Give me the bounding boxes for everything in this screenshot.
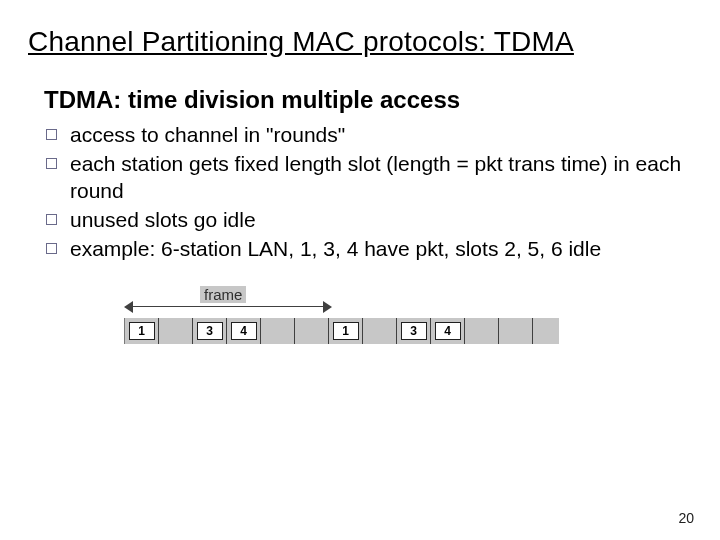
tdma-slot-tail [533,318,553,344]
packet-box: 4 [231,322,257,340]
slide-subtitle: TDMA: time division multiple access [44,86,692,114]
bullet-item: each station gets fixed length slot (len… [44,151,692,205]
tdma-slot: 3 [397,318,431,344]
arrow-right-icon [323,301,332,313]
bullet-item: unused slots go idle [44,207,692,234]
packet-box: 1 [129,322,155,340]
tdma-slot [295,318,329,344]
tdma-slot [261,318,295,344]
bullet-list: access to channel in "rounds" each stati… [44,122,692,262]
tdma-diagram: frame 134134 [124,288,564,344]
tdma-slot [159,318,193,344]
packet-box: 3 [401,322,427,340]
tdma-slot [363,318,397,344]
tdma-slot [499,318,533,344]
slot-row: 134134 [124,318,559,344]
tdma-slot: 1 [125,318,159,344]
tdma-slot: 4 [431,318,465,344]
tdma-slot [465,318,499,344]
tdma-slot: 4 [227,318,261,344]
bullet-item: access to channel in "rounds" [44,122,692,149]
arrow-left-icon [124,301,133,313]
slide: Channel Partitioning MAC protocols: TDMA… [0,0,720,540]
page-number: 20 [678,510,694,526]
slide-title: Channel Partitioning MAC protocols: TDMA [28,26,692,58]
packet-box: 1 [333,322,359,340]
packet-box: 4 [435,322,461,340]
frame-label: frame [200,286,246,303]
bullet-item: example: 6-station LAN, 1, 3, 4 have pkt… [44,236,692,263]
arrow-line [130,306,326,307]
packet-box: 3 [197,322,223,340]
tdma-slot: 1 [329,318,363,344]
tdma-slot: 3 [193,318,227,344]
frame-label-row: frame [124,288,564,318]
